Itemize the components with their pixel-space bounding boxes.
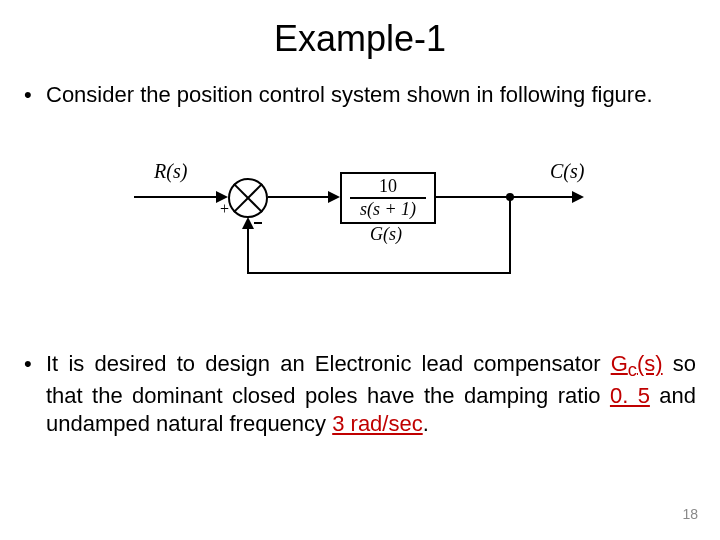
input-line	[134, 196, 218, 198]
bullet-1-text: Consider the position control system sho…	[46, 82, 696, 108]
tf-denominator: s(s + 1)	[342, 199, 434, 222]
natural-frequency-value: 3 rad/sec	[332, 411, 423, 436]
summing-junction	[228, 178, 268, 218]
output-signal-label: C(s)	[550, 160, 584, 183]
tf-numerator: 10	[342, 174, 434, 197]
bullet-2-text: It is desired to design an Electronic le…	[46, 350, 696, 437]
transfer-function-block: 10 s(s + 1)	[340, 172, 436, 224]
sum-to-tf-arrow-icon	[328, 191, 340, 203]
sum-to-tf-line	[268, 196, 330, 198]
bullet-2: • It is desired to design an Electronic …	[24, 350, 696, 437]
plus-sign: +	[220, 200, 229, 218]
page-number: 18	[682, 506, 698, 522]
bullet-dot-icon: •	[24, 82, 32, 108]
output-arrow-icon	[572, 191, 584, 203]
bullet-dot-icon: •	[24, 350, 32, 378]
slide: Example-1 • Consider the position contro…	[0, 0, 720, 540]
summing-x-icon	[230, 180, 266, 216]
damping-ratio-value: 0. 5	[610, 383, 650, 408]
feedback-down-line	[509, 198, 511, 274]
feedback-up-line	[247, 228, 249, 274]
feedback-left-line	[247, 272, 511, 274]
compensator-symbol: Gc(s)	[611, 351, 663, 376]
tf-to-output-line	[434, 196, 574, 198]
bullet-1: • Consider the position control system s…	[24, 82, 696, 108]
block-diagram: R(s) + 10 s(s + 1) G(s) C(s)	[120, 160, 600, 310]
minus-sign-icon	[254, 222, 262, 224]
input-signal-label: R(s)	[154, 160, 187, 183]
tf-label: G(s)	[360, 224, 412, 245]
feedback-arrow-icon	[242, 217, 254, 229]
slide-title: Example-1	[0, 18, 720, 60]
